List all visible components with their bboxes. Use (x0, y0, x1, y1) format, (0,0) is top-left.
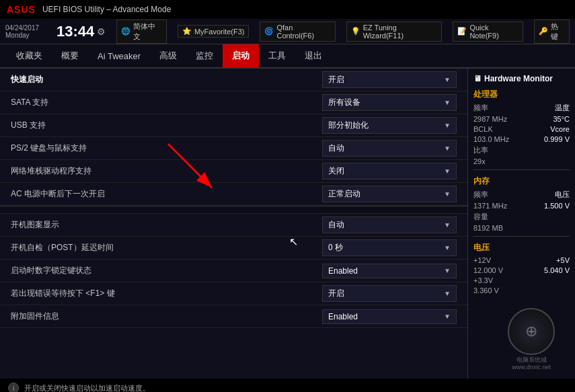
volt-12v-5v-labels: +12V +5V (473, 256, 570, 264)
date-display: 04/24/2017 (5, 24, 46, 32)
v12-label: +12V (473, 256, 491, 264)
monitor-icon: 🖥 (473, 74, 482, 83)
myfavorite-button[interactable]: ⭐ MyFavorite(F3) (178, 25, 250, 38)
v33-label: +3.3V (473, 276, 493, 284)
hotkey-label: 热键 (551, 22, 565, 42)
setting-label-8: 开机自检（POST）延迟时间 (11, 242, 322, 253)
nav-item-shoucang[interactable]: 收藏夹 (7, 44, 52, 67)
sidebar-title: 🖥 Hardware Monitor (473, 74, 570, 83)
ratio-value: 29x (473, 157, 486, 165)
setting-value-text-4: 关闭 (328, 165, 344, 177)
setting-row-10: 若出现错误等待按下 <F1> 键 开启 ▼ (0, 282, 467, 305)
sidebar-divider-2 (473, 236, 570, 237)
volt-33v-value-row: 3.360 V (473, 286, 570, 295)
setting-value-7[interactable]: 自动 ▼ (322, 217, 457, 233)
volt-12v-5v-values: 12.000 V 5.040 V (473, 266, 570, 274)
cpu-freq-value: 2987 MHz (473, 115, 507, 123)
setting-row-5: AC 电源中断后下一次开启 正常启动 ▼ (0, 183, 467, 206)
gear-icon[interactable]: ⚙ (97, 26, 106, 37)
favorite-icon: ⭐ (182, 27, 192, 36)
setting-label-3: PS/2 键盘与鼠标支持 (11, 143, 322, 154)
nav-item-tuichu[interactable]: 退出 (295, 44, 332, 67)
nav-item-qidong[interactable]: 启动 (223, 44, 259, 67)
setting-value-5[interactable]: 正常启动 ▼ (322, 186, 457, 202)
quicknote-button[interactable]: 📝 Quick Note(F9) (453, 22, 523, 42)
title-bar: ASUS UEFI BIOS Utility – Advanced Mode (0, 0, 575, 19)
ram-freq-label: 频率 (473, 190, 488, 200)
asus-logo: ASUS (7, 4, 36, 15)
setting-value-text-5: 正常启动 (328, 188, 360, 200)
setting-value-text-0: 开启 (328, 74, 344, 85)
ram-capacity-value-row: 8192 MB (473, 224, 570, 232)
ram-freq-volt-labels: 频率 电压 (473, 190, 570, 200)
dropdown-arrow-0: ▼ (444, 76, 451, 83)
cpu-freq-label: 频率 (473, 103, 488, 113)
setting-label-11: 附加固件信息 (11, 311, 322, 322)
setting-value-11[interactable]: Enabled ▼ (322, 309, 457, 324)
dropdown-arrow-11: ▼ (444, 313, 451, 320)
nav-item-jiankon[interactable]: 监控 (186, 44, 223, 67)
setting-label-1: SATA 支持 (11, 97, 322, 108)
setting-value-0[interactable]: 开启 ▼ (322, 71, 457, 88)
setting-label-7: 开机图案显示 (11, 219, 322, 231)
vcore-label: Vcore (550, 125, 570, 133)
ram-freq-volt-values: 1371 MHz 1.500 V (473, 202, 570, 210)
cpu-ratio-value-row: 29x (473, 157, 570, 165)
setting-value-9[interactable]: Enabled ▼ (322, 264, 457, 278)
dropdown-arrow-9: ▼ (444, 267, 451, 274)
dropdown-arrow-10: ▼ (444, 290, 451, 297)
hotkey-icon: 🔑 (539, 27, 548, 36)
nav-item-gaiyao[interactable]: 概要 (52, 44, 88, 67)
language-icon: 🌐 (121, 27, 130, 36)
dropdown-arrow-8: ▼ (444, 244, 451, 251)
nav-item-gongju[interactable]: 工具 (259, 44, 295, 67)
status-bar: i 开启或关闭快速启动以加速启动速度。 (0, 379, 575, 392)
setting-value-text-1: 所有设备 (328, 97, 360, 108)
title-text: UEFI BIOS Utility – Advanced Mode (42, 5, 171, 14)
cpu-bclk-vcore-labels: BCLK Vcore (473, 125, 570, 133)
bclk-label: BCLK (473, 125, 493, 133)
hotkey-button[interactable]: 🔑 热键 (534, 19, 570, 44)
setting-value-3[interactable]: 自动 ▼ (322, 140, 457, 157)
cpu-ratio-label-row: 比率 (473, 145, 570, 155)
setting-row-8: 开机自检（POST）延迟时间 0 秒 ▼ (0, 237, 467, 260)
datetime: 04/24/2017 Monday (5, 24, 46, 39)
language-label: 简体中文 (133, 22, 162, 42)
ram-freq-value: 1371 MHz (473, 202, 507, 210)
voltage-section-label: 电压 (473, 242, 570, 253)
qfan-icon: 🌀 (264, 27, 274, 36)
sidebar-divider-1 (473, 169, 570, 170)
eztuning-button[interactable]: 💡 EZ Tuning Wizard(F11) (346, 22, 443, 42)
v5-value: 5.040 V (544, 266, 570, 274)
cpu-temp-value: 35°C (553, 115, 570, 123)
nav-item-aitweaker[interactable]: Ai Tweaker (88, 46, 150, 67)
setting-value-10[interactable]: 开启 ▼ (322, 285, 457, 302)
setting-value-2[interactable]: 部分初始化 ▼ (322, 117, 457, 134)
v12-value: 12.000 V (473, 266, 503, 274)
favorite-label: MyFavorite(F3) (194, 28, 245, 36)
cpu-bclk-vcore-values: 103.0 MHz 0.999 V (473, 135, 570, 143)
setting-value-8[interactable]: 0 秒 ▼ (322, 239, 457, 256)
nav-bar: 收藏夹 概要 Ai Tweaker 高级 监控 启动 工具 退出 (0, 44, 575, 69)
nav-item-gaoji[interactable]: 高级 (150, 44, 186, 67)
setting-value-text-7: 自动 (328, 219, 344, 231)
info-icon: i (8, 383, 19, 392)
content-area: 快速启动 开启 ▼ SATA 支持 所有设备 ▼ USB 支持 (0, 69, 467, 379)
setting-row-0: 快速启动 开启 ▼ (0, 69, 467, 91)
setting-label-4: 网络堆栈驱动程序支持 (11, 165, 322, 177)
setting-value-4[interactable]: 关闭 ▼ (322, 163, 457, 180)
cpu-temp-label: 温度 (555, 103, 570, 113)
setting-value-text-11: Enabled (328, 312, 358, 321)
quicknote-icon: 📝 (457, 27, 467, 36)
setting-row-9: 启动时数字锁定键状态 Enabled ▼ (0, 260, 467, 282)
volt-33v-label-row: +3.3V (473, 276, 570, 284)
dropdown-arrow-5: ▼ (444, 190, 451, 198)
top-bar: 04/24/2017 Monday 13:44 ⚙ 🌐 简体中文 ⭐ MyFav… (0, 19, 575, 44)
settings-table: 快速启动 开启 ▼ SATA 支持 所有设备 ▼ USB 支持 (0, 69, 467, 328)
capacity-value: 8192 MB (473, 224, 503, 232)
language-button[interactable]: 🌐 简体中文 (116, 19, 167, 44)
ram-volt-value: 1.500 V (544, 202, 570, 210)
sidebar-title-text: Hardware Monitor (484, 74, 553, 83)
setting-value-1[interactable]: 所有设备 ▼ (322, 94, 457, 111)
qfan-button[interactable]: 🌀 Qfan Control(F6) (260, 22, 335, 42)
